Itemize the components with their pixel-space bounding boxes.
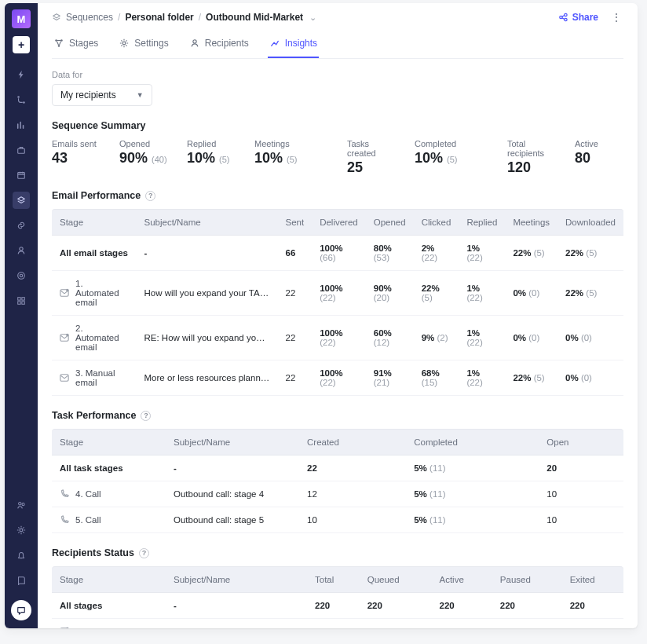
table-row[interactable]: 2. Automated email RE: How will you expa… <box>52 316 623 360</box>
summary-metric: Tasks created 25 <box>347 139 396 176</box>
mail-auto-icon <box>60 333 69 342</box>
settings-icon <box>119 38 130 49</box>
svg-point-21 <box>19 503 21 505</box>
nav-book[interactable] <box>13 572 30 589</box>
svg-rect-18 <box>22 298 24 300</box>
compose-button[interactable]: + <box>13 36 30 53</box>
column-header: Subject/Name <box>166 566 307 593</box>
section-title-recipients-status: Recipients Status ? <box>52 547 623 558</box>
svg-rect-13 <box>18 148 25 153</box>
table-row-total: All task stages - 22 5% (11) 20 <box>52 456 623 481</box>
table-row-total: All email stages - 66 100% (66)80% (53)2… <box>52 236 623 271</box>
tab-bar: StagesSettingsRecipientsInsights <box>52 31 623 59</box>
svg-point-16 <box>20 274 22 276</box>
svg-rect-19 <box>18 302 20 304</box>
nav-bell[interactable] <box>13 547 30 564</box>
svg-point-22 <box>22 503 24 506</box>
data-for-label: Data for <box>52 70 623 79</box>
nav-calendar[interactable] <box>13 166 30 184</box>
app-logo[interactable]: M <box>12 9 31 28</box>
share-icon <box>558 13 568 22</box>
column-header: Replied <box>459 209 505 236</box>
help-icon[interactable]: ? <box>139 548 149 558</box>
summary-metric: Emails sent 43 <box>52 139 101 166</box>
app-shell: M + Sequences / Personal folder / Outbou… <box>5 3 638 628</box>
column-header: Queued <box>360 566 432 593</box>
layers-icon <box>52 13 61 22</box>
column-header: Stage <box>52 209 136 236</box>
chevron-down-icon: ▼ <box>137 91 144 99</box>
summary-metric: Completed 10%(5) <box>415 139 463 166</box>
nav-person[interactable] <box>13 242 30 259</box>
nav-link[interactable] <box>13 217 30 234</box>
nav-people[interactable] <box>13 496 30 514</box>
mail-auto-icon <box>60 288 69 298</box>
help-icon[interactable]: ? <box>141 411 151 421</box>
page-header: Sequences / Personal folder / Outbound M… <box>38 3 638 59</box>
more-actions-button[interactable]: ⋮ <box>609 11 623 24</box>
nav-target[interactable] <box>13 267 30 284</box>
summary-metric: Replied 10%(5) <box>187 139 236 166</box>
column-header: Opened <box>366 209 414 236</box>
task-performance-table: StageSubject/NameCreatedCompletedOpenAll… <box>52 429 623 533</box>
help-icon[interactable]: ? <box>145 191 155 201</box>
column-header: Meetings <box>505 209 557 236</box>
section-title-email-performance: Email Performance ? <box>52 190 623 201</box>
nav-bar-chart[interactable] <box>13 116 30 134</box>
section-title-task-performance: Task Performance ? <box>52 410 623 421</box>
data-for-select[interactable]: My recipients ▼ <box>52 84 152 106</box>
column-header: Stage <box>52 429 166 456</box>
nav-grid[interactable] <box>13 292 30 309</box>
share-button[interactable]: Share <box>558 12 598 23</box>
nav-briefcase[interactable] <box>13 141 30 159</box>
chevron-down-icon[interactable]: ⌄ <box>309 13 316 23</box>
table-row[interactable]: 5. Call Outbound call: stage 5 10 5% (11… <box>52 507 623 533</box>
column-header: Subject/Name <box>136 209 277 236</box>
tab-stages[interactable]: Stages <box>52 31 100 58</box>
summary-metric: Active 80 <box>575 139 623 166</box>
column-header: Delivered <box>312 209 366 236</box>
table-row[interactable]: 4. Call Outbound call: stage 4 12 5% (11… <box>52 481 623 507</box>
recipients-icon <box>189 38 200 49</box>
svg-rect-17 <box>18 298 20 300</box>
mail-icon <box>60 373 69 382</box>
table-row[interactable]: 3. Manual email More or less resources p… <box>52 360 623 396</box>
mail-auto-icon <box>60 627 69 628</box>
nav-bolt[interactable] <box>13 66 30 83</box>
column-header: Clicked <box>414 209 459 236</box>
stages-icon <box>53 38 64 49</box>
crumb-sequences[interactable]: Sequences <box>66 12 113 23</box>
table-row[interactable]: 1. Automated email How will you expand y… <box>52 271 623 316</box>
breadcrumb: Sequences / Personal folder / Outbound M… <box>52 12 316 23</box>
summary-metrics: Emails sent 43Opened 90%(40)Replied 10%(… <box>52 139 623 176</box>
crumb-folder[interactable]: Personal folder <box>125 12 193 23</box>
nav-flow[interactable] <box>13 91 30 108</box>
column-header: Paused <box>492 566 562 593</box>
table-row[interactable]: 1. Automated emailHow will you expand yo… <box>52 619 623 628</box>
column-header: Exited <box>562 566 623 593</box>
page-content: Data for My recipients ▼ Sequence Summar… <box>38 59 638 628</box>
column-header: Total <box>307 566 360 593</box>
support-chat-button[interactable] <box>11 600 31 620</box>
insights-icon <box>269 38 280 49</box>
tab-recipients[interactable]: Recipients <box>188 31 250 58</box>
column-header: Active <box>432 566 492 593</box>
nav-gear[interactable] <box>13 521 30 539</box>
summary-metric: Meetings 10%(5) <box>254 139 303 166</box>
column-header: Subject/Name <box>166 429 299 456</box>
column-header: Stage <box>52 566 166 593</box>
nav-sequences[interactable] <box>13 192 30 209</box>
summary-metric: Total recipients 120 <box>507 139 556 176</box>
summary-metric: Opened 90%(40) <box>119 139 168 166</box>
tab-settings[interactable]: Settings <box>117 31 170 58</box>
column-header: Sent <box>277 209 312 236</box>
column-header: Completed <box>406 429 539 456</box>
crumb-sequence[interactable]: Outbound Mid-Market <box>206 12 303 23</box>
table-row-total: All stages- 220220220220220 <box>52 593 623 619</box>
header-actions: Share ⋮ <box>558 11 623 24</box>
tab-insights[interactable]: Insights <box>268 31 319 58</box>
svg-rect-14 <box>18 173 25 179</box>
call-icon <box>60 489 69 499</box>
svg-point-12 <box>23 101 25 104</box>
svg-point-11 <box>17 96 20 98</box>
